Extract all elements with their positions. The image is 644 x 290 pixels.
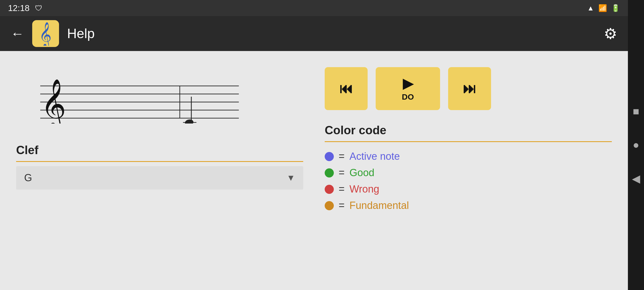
good-dot [325,168,334,177]
clef-section: Clef G ▼ [16,143,303,190]
prev-button[interactable]: ⏮ [325,67,368,110]
signal-icon: 📶 [598,4,607,12]
next-icon: ⏭ [463,81,476,96]
color-item-fundamental: = Fundamental [325,200,612,211]
chevron-down-icon: ▼ [287,173,295,183]
color-item-wrong: = Wrong [325,183,612,195]
color-items-list: = Active note = Good = Wrong [325,151,612,211]
color-item-active: = Active note [325,151,612,162]
good-equals: = [339,167,345,179]
clef-divider [16,161,303,162]
wrong-label: Wrong [349,183,379,195]
clef-dropdown-value: G [24,172,32,184]
shield-icon: 🛡 [35,4,42,13]
active-note-label: Active note [349,151,400,162]
play-icon: ▶ [403,76,413,91]
color-item-good: = Good [325,167,612,179]
good-label: Good [349,167,374,179]
next-button[interactable]: ⏭ [448,67,491,110]
app-icon: 𝄞 [32,20,59,47]
staff-area: 𝄞 [16,62,303,133]
android-nav-panel: ■ ● ◀ [628,0,644,290]
fundamental-equals: = [339,200,345,211]
active-equals: = [339,151,345,162]
battery-icon: 🔋 [611,4,620,12]
page-title: Help [67,26,95,41]
color-code-section: Color code = Active note = Good [325,124,612,211]
back-button[interactable]: ← [11,26,24,41]
play-button[interactable]: ▶ DO [376,67,440,110]
right-column: ⏮ ▶ DO ⏭ Color code = Active [325,62,612,279]
main-content: 𝄞 Clef G ▼ [0,51,628,290]
settings-button[interactable]: ⚙ [604,25,617,42]
top-bar: ← 𝄞 Help ⚙ [0,16,628,51]
playback-controls: ⏮ ▶ DO ⏭ [325,67,612,110]
color-code-label: Color code [325,124,612,137]
wifi-icon: ▲ [587,4,594,12]
square-button[interactable]: ■ [633,105,639,117]
clef-section-label: Clef [16,143,303,157]
status-bar: 12:18 🛡 ▲ 📶 🔋 [0,0,628,16]
svg-text:𝄞: 𝄞 [41,79,66,124]
left-column: 𝄞 Clef G ▼ [16,62,303,279]
wrong-equals: = [339,183,345,195]
prev-icon: ⏮ [339,81,353,96]
clef-dropdown[interactable]: G ▼ [16,166,303,190]
svg-text:𝄞: 𝄞 [39,22,52,46]
circle-button[interactable]: ● [633,139,639,151]
status-time: 12:18 [8,3,30,13]
active-dot [325,152,334,161]
svg-point-9 [184,119,194,124]
fundamental-dot [325,201,334,210]
music-staff: 𝄞 [19,70,250,124]
color-code-divider [325,141,612,142]
play-label: DO [402,92,414,102]
back-nav-button[interactable]: ◀ [632,172,640,185]
fundamental-label: Fundamental [349,200,409,211]
wrong-dot [325,185,334,194]
treble-clef-icon: 𝄞 [36,21,55,46]
